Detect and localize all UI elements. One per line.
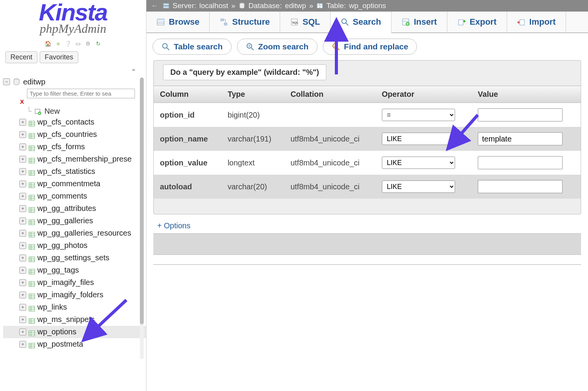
table-name: wp_postmeta [37,339,83,350]
table-name: wp_cfs_contacts [37,116,94,128]
svg-rect-71 [29,331,35,336]
tab-insert[interactable]: Insert [391,12,447,32]
tab-export[interactable]: Export [447,12,507,32]
collapse-link-icon[interactable]: ⚭ [0,66,146,77]
collapse-icon[interactable] [3,78,10,85]
expand-icon[interactable] [19,329,26,335]
filter-input[interactable] [27,89,135,98]
home-icon[interactable]: 🏠 [44,40,52,47]
table-icon [29,316,35,323]
cell-operator: LIKE [376,151,472,175]
kinsta-logo: Kinsta [8,2,138,23]
sidebar-table-wp-cfs-forms[interactable]: wp_cfs_forms [3,141,146,153]
sidebar-table-wp-gg-photos[interactable]: wp_gg_photos [3,239,146,252]
expand-icon[interactable] [19,242,26,249]
value-input[interactable] [478,180,563,193]
filter-row: X [3,87,146,106]
operator-select[interactable]: LIKE [382,157,455,169]
sidebar-table-wp-ms-snippets[interactable]: wp_ms_snippets [3,313,146,326]
sidebar-table-wp-imagify-folders[interactable]: wp_imagify_folders [3,289,146,301]
sidebar-table-wp-imagify-files[interactable]: wp_imagify_files [3,276,146,289]
expand-icon[interactable] [19,168,26,175]
value-input[interactable] [478,108,563,121]
server-name[interactable]: localhost [199,2,228,10]
db-name[interactable]: editwp [285,2,306,10]
subtab-find-and-replace[interactable]: Find and replace [323,39,417,55]
exit-icon[interactable]: ⎆ [54,40,62,47]
table-name: wp_gg_settings_sets [37,252,109,263]
new-table-link[interactable]: └ New [3,106,146,116]
recent-button[interactable]: Recent [5,51,37,63]
expand-icon[interactable] [19,156,26,163]
table-icon [29,230,35,236]
subtab-label: Find and replace [344,42,408,51]
back-icon[interactable]: ← [150,2,160,10]
sidebar-table-wp-commentmeta[interactable]: wp_commentmeta [3,178,146,190]
expand-icon[interactable] [19,304,26,311]
value-input[interactable] [478,132,563,145]
options-toggle[interactable]: + Options [153,214,581,235]
tab-label: Insert [414,17,437,27]
sidebar-table-wp-gg-tags[interactable]: wp_gg_tags [3,264,146,276]
tab-structure[interactable]: Structure [210,12,280,32]
table-name: wp_comments [37,190,87,202]
table-name: wp_gg_galleries [37,215,93,226]
subtab-zoom-search[interactable]: Zoom search [237,39,318,55]
expand-icon[interactable] [19,193,26,200]
expand-icon[interactable] [19,143,26,150]
sidebar-table-wp-cfs-contacts[interactable]: wp_cfs_contacts [3,116,146,128]
structure-icon [220,18,228,26]
operator-select[interactable]: LIKE [382,180,455,193]
favorites-button[interactable]: Favorites [40,51,78,63]
table-icon [29,156,35,162]
settings-icon[interactable]: ⚙ [84,40,92,47]
svg-rect-47 [29,257,35,262]
sidebar-table-wp-postmeta[interactable]: wp_postmeta [3,338,146,351]
sidebar-table-wp-options[interactable]: wp_options [3,326,146,338]
expand-icon[interactable] [19,205,26,212]
sidebar-table-wp-cfs-countries[interactable]: wp_cfs_countries [3,128,146,141]
table-name: wp_imagify_files [37,277,94,288]
sql-icon[interactable]: ▭ [74,40,82,47]
expand-icon[interactable] [19,131,26,138]
table-name: wp_cfs_forms [37,141,85,152]
expand-icon[interactable] [19,217,26,224]
operator-select[interactable]: = [382,109,455,121]
sidebar-table-wp-gg-attributes[interactable]: wp_gg_attributes [3,202,146,215]
expand-icon[interactable] [19,279,26,286]
browse-icon [156,18,165,26]
sidebar-table-wp-gg-settings-sets[interactable]: wp_gg_settings_sets [3,252,146,264]
expand-icon[interactable] [19,267,26,274]
expand-icon[interactable] [19,254,26,261]
clear-filter-icon[interactable]: X [20,98,24,105]
tab-search[interactable]: Search [331,12,391,33]
database-node[interactable]: editwp [3,77,146,87]
sidebar-table-wp-cfs-membership-prese[interactable]: wp_cfs_membership_prese [3,153,146,165]
tab-browse[interactable]: Browse [146,12,210,32]
value-input[interactable] [478,156,563,169]
reload-icon[interactable]: ↻ [94,40,102,47]
table-name[interactable]: wp_options [349,2,386,10]
nav-scrollbar[interactable] [140,78,144,359]
expand-icon[interactable] [19,230,26,237]
help-icon[interactable]: ❔ [64,40,72,47]
expand-icon[interactable] [19,341,26,348]
expand-icon[interactable] [19,316,26,323]
sidebar-table-wp-cfs-statistics[interactable]: wp_cfs_statistics [3,165,146,178]
operator-select[interactable]: LIKE [382,133,455,145]
sidebar-table-wp-links[interactable]: wp_links [3,301,146,313]
sidebar-table-wp-gg-galleries-resources[interactable]: wp_gg_galleries_resources [3,227,146,239]
sidebar-table-wp-gg-galleries[interactable]: wp_gg_galleries [3,215,146,227]
table-icon [29,292,35,298]
expand-icon[interactable] [19,119,26,126]
subtab-table-search[interactable]: Table search [153,39,232,55]
expand-icon[interactable] [19,180,26,187]
tab-label: Export [470,17,497,27]
expand-icon[interactable] [19,292,26,298]
table-name: wp_cfs_membership_prese [37,153,132,165]
sidebar-table-wp-comments[interactable]: wp_comments [3,190,146,202]
svg-text:SQL: SQL [292,21,299,24]
tab-import[interactable]: Import [507,12,566,32]
tab-sql[interactable]: SQLSQL [280,12,330,32]
sidebar-toolbar: 🏠 ⎆ ❔ ▭ ⚙ ↻ [8,40,138,47]
